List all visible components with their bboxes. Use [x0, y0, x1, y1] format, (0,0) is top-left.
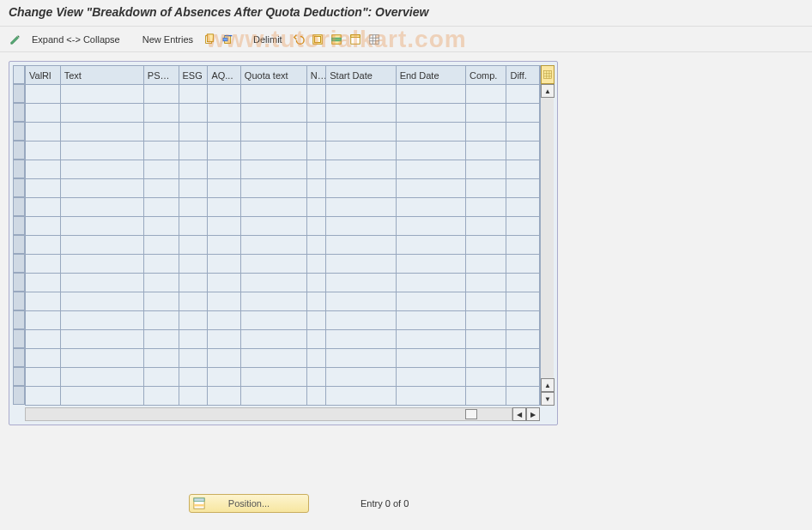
cell-psg[interactable] [143, 368, 179, 387]
cell-comp[interactable] [466, 236, 506, 255]
cell-quota[interactable] [240, 311, 306, 330]
cell-aq[interactable] [208, 104, 240, 123]
cell-diff[interactable] [506, 292, 540, 311]
cell-n[interactable] [306, 274, 326, 292]
cell-diff[interactable] [506, 274, 540, 292]
column-header-text[interactable]: Text [60, 66, 143, 85]
row-selector[interactable] [13, 122, 25, 141]
cell-esg[interactable] [179, 368, 208, 387]
cell-n[interactable] [306, 160, 326, 179]
copy-as-icon[interactable] [201, 31, 218, 48]
cell-quota[interactable] [240, 236, 306, 255]
cell-valrl[interactable] [26, 198, 61, 217]
cell-comp[interactable] [466, 179, 506, 198]
cell-end[interactable] [396, 311, 465, 330]
cell-psg[interactable] [143, 292, 179, 311]
cell-comp[interactable] [466, 387, 506, 406]
cell-start[interactable] [326, 368, 396, 387]
cell-valrl[interactable] [26, 236, 61, 255]
cell-esg[interactable] [179, 160, 208, 179]
cell-start[interactable] [326, 123, 396, 142]
cell-valrl[interactable] [26, 330, 61, 349]
cell-start[interactable] [326, 255, 396, 274]
cell-comp[interactable] [466, 198, 506, 217]
cell-valrl[interactable] [26, 292, 61, 311]
cell-end[interactable] [396, 179, 465, 198]
cell-n[interactable] [306, 236, 326, 255]
scroll-left-button[interactable]: ◀ [512, 407, 526, 421]
cell-aq[interactable] [208, 217, 240, 236]
cell-end[interactable] [396, 104, 465, 123]
cell-diff[interactable] [506, 368, 540, 387]
cell-n[interactable] [306, 104, 326, 123]
cell-psg[interactable] [143, 198, 179, 217]
cell-esg[interactable] [179, 217, 208, 236]
row-selector[interactable] [13, 141, 25, 160]
scroll-down-small-button[interactable]: ▲ [541, 378, 554, 392]
cell-quota[interactable] [240, 123, 306, 142]
cell-comp[interactable] [466, 368, 506, 387]
cell-esg[interactable] [179, 311, 208, 330]
cell-quota[interactable] [240, 387, 306, 406]
cell-psg[interactable] [143, 387, 179, 406]
row-selector[interactable] [13, 84, 25, 103]
column-header-quota[interactable]: Quota text [240, 66, 306, 85]
cell-esg[interactable] [179, 85, 208, 104]
row-selector[interactable] [13, 103, 25, 122]
table-settings-button[interactable] [541, 65, 554, 84]
cell-esg[interactable] [179, 274, 208, 292]
cell-valrl[interactable] [26, 217, 61, 236]
cell-valrl[interactable] [26, 142, 61, 160]
row-selector[interactable] [13, 273, 25, 292]
cell-diff[interactable] [506, 217, 540, 236]
cell-quota[interactable] [240, 330, 306, 349]
cell-quota[interactable] [240, 142, 306, 160]
cell-end[interactable] [396, 160, 465, 179]
column-header-psg[interactable]: PSG... [143, 66, 179, 85]
cell-aq[interactable] [208, 387, 240, 406]
cell-text[interactable] [60, 104, 143, 123]
cell-start[interactable] [326, 142, 396, 160]
cell-valrl[interactable] [26, 349, 61, 368]
cell-comp[interactable] [466, 330, 506, 349]
cell-quota[interactable] [240, 274, 306, 292]
cell-end[interactable] [396, 217, 465, 236]
cell-comp[interactable] [466, 274, 506, 292]
cell-diff[interactable] [506, 198, 540, 217]
cell-start[interactable] [326, 387, 396, 406]
cell-end[interactable] [396, 142, 465, 160]
cell-esg[interactable] [179, 330, 208, 349]
cell-start[interactable] [326, 330, 396, 349]
cell-valrl[interactable] [26, 160, 61, 179]
column-header-esg[interactable]: ESG [179, 66, 208, 85]
cell-quota[interactable] [240, 349, 306, 368]
cell-end[interactable] [396, 274, 465, 292]
cell-comp[interactable] [466, 255, 506, 274]
cell-start[interactable] [326, 236, 396, 255]
cell-end[interactable] [396, 198, 465, 217]
cell-end[interactable] [396, 123, 465, 142]
cell-text[interactable] [60, 123, 143, 142]
cell-diff[interactable] [506, 255, 540, 274]
cell-diff[interactable] [506, 349, 540, 368]
cell-diff[interactable] [506, 387, 540, 406]
cell-comp[interactable] [466, 123, 506, 142]
delete-icon[interactable] [220, 31, 237, 48]
column-header-n[interactable]: N.. [306, 66, 326, 85]
cell-diff[interactable] [506, 123, 540, 142]
deselect-all-icon[interactable] [347, 31, 364, 48]
cell-aq[interactable] [208, 236, 240, 255]
cell-aq[interactable] [208, 274, 240, 292]
cell-end[interactable] [396, 330, 465, 349]
cell-end[interactable] [396, 349, 465, 368]
cell-diff[interactable] [506, 142, 540, 160]
cell-psg[interactable] [143, 123, 179, 142]
cell-text[interactable] [60, 236, 143, 255]
cell-psg[interactable] [143, 311, 179, 330]
cell-psg[interactable] [143, 236, 179, 255]
row-selector-header[interactable] [13, 65, 25, 84]
cell-esg[interactable] [179, 236, 208, 255]
cell-start[interactable] [326, 292, 396, 311]
cell-n[interactable] [306, 330, 326, 349]
cell-aq[interactable] [208, 160, 240, 179]
